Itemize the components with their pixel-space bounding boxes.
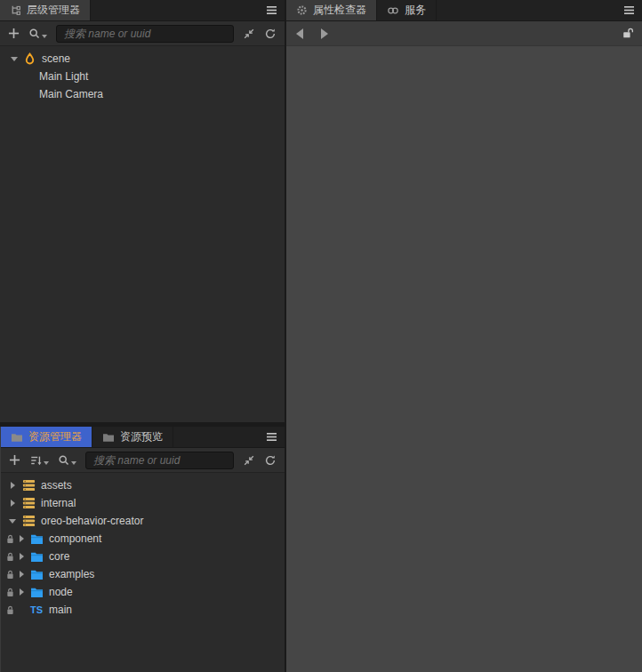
back-arrow-icon [296, 28, 303, 39]
bundle-icon [22, 479, 36, 492]
tree-node-main-light[interactable]: Main Light [0, 68, 285, 85]
folder-icon [29, 533, 44, 545]
tree-node-label: Main Light [39, 70, 88, 83]
hierarchy-toolbar [0, 21, 285, 46]
asset-node-label: node [49, 586, 73, 598]
assets-toolbar [1, 448, 285, 473]
assets-search-input[interactable] [85, 452, 234, 469]
tree-node-main-camera[interactable]: Main Camera [0, 85, 285, 103]
hierarchy-icon [10, 4, 21, 16]
inspector-empty-content [286, 46, 642, 672]
asset-node-node[interactable]: node [1, 583, 285, 601]
filter-caret-icon [71, 461, 76, 465]
expand-arrow-icon[interactable] [8, 500, 17, 507]
tab-hierarchy-label: 层级管理器 [27, 3, 80, 18]
tab-asset-manager[interactable]: 资源管理器 [1, 427, 92, 447]
assets-panel: 资源管理器 资源预览 [0, 427, 285, 672]
hierarchy-tabbar-spacer [91, 0, 258, 20]
folder-icon [29, 551, 44, 563]
assets-refresh-button[interactable] [264, 452, 277, 469]
lock-icon [5, 588, 14, 597]
folder-icon [11, 432, 23, 443]
tab-inspector[interactable]: 属性检查器 [286, 0, 377, 20]
assets-add-button[interactable] [9, 452, 20, 469]
expand-arrow-icon[interactable] [17, 553, 26, 560]
forward-arrow-icon [321, 28, 328, 39]
tree-node-scene[interactable]: scene [0, 50, 285, 68]
link-icon [387, 6, 399, 15]
inspector-panel-menu-icon[interactable] [615, 0, 642, 20]
nav-forward-button[interactable] [321, 25, 328, 43]
asset-node-assets[interactable]: assets [1, 476, 285, 494]
expand-arrow-icon[interactable] [17, 535, 26, 542]
hierarchy-refresh-button[interactable] [264, 25, 277, 43]
asset-node-oreo-behavior-creator[interactable]: oreo-behavior-creator [1, 512, 285, 530]
expand-arrow-icon[interactable] [8, 519, 17, 524]
folder-icon [29, 569, 44, 580]
asset-node-label: oreo-behavior-creator [41, 515, 143, 527]
hierarchy-panel: 层级管理器 [0, 0, 285, 422]
tab-asset-preview[interactable]: 资源预览 [92, 427, 173, 447]
gear-icon [296, 4, 308, 16]
asset-node-label: assets [41, 479, 72, 492]
asset-node-internal[interactable]: internal [1, 494, 285, 512]
lock-toggle-button[interactable] [622, 25, 634, 43]
assets-tree: assets internal oreo-behavior-creator [1, 473, 285, 619]
inspector-tabbar: 属性检查器 服务 [286, 0, 642, 21]
lock-icon [5, 605, 14, 615]
expand-arrow-icon[interactable] [17, 588, 26, 596]
expand-arrow-icon[interactable] [9, 57, 20, 61]
folder-icon [29, 587, 44, 598]
typescript-icon: TS [29, 604, 44, 615]
asset-node-examples[interactable]: examples [1, 565, 285, 583]
asset-node-core[interactable]: core [1, 548, 285, 565]
assets-tabbar-spacer [173, 427, 258, 447]
hierarchy-search-filter-button[interactable] [28, 25, 47, 43]
hierarchy-collapse-all-button[interactable] [243, 25, 255, 43]
editor-window: 层级管理器 [0, 0, 642, 672]
folder-icon [102, 432, 115, 443]
hierarchy-panel-menu-icon[interactable] [258, 0, 285, 20]
asset-node-label: component [49, 532, 101, 545]
tab-service[interactable]: 服务 [377, 0, 437, 20]
tab-inspector-label: 属性检查器 [313, 3, 366, 18]
hierarchy-tabbar: 层级管理器 [0, 0, 285, 21]
inspector-panel: 属性检查器 服务 [286, 0, 642, 672]
hierarchy-search-input[interactable] [56, 25, 234, 43]
scene-icon [23, 52, 36, 65]
inspector-toolbar [286, 21, 642, 46]
sort-caret-icon [44, 461, 49, 465]
assets-sort-button[interactable] [29, 452, 49, 469]
filter-caret-icon [42, 35, 47, 38]
assets-tabbar: 资源管理器 资源预览 [1, 427, 285, 448]
expand-arrow-icon[interactable] [17, 571, 26, 578]
asset-node-label: core [49, 550, 69, 563]
assets-panel-menu-icon[interactable] [258, 427, 285, 447]
bundle-icon [22, 515, 36, 527]
asset-node-main[interactable]: TS main [1, 601, 285, 619]
inspector-tabbar-spacer [437, 0, 615, 20]
assets-search-filter-button[interactable] [58, 452, 76, 469]
asset-node-component[interactable]: component [1, 530, 285, 548]
lock-icon [5, 570, 14, 580]
asset-node-label: examples [49, 568, 94, 580]
bundle-icon [22, 497, 36, 509]
tab-service-label: 服务 [405, 3, 426, 18]
asset-node-label: internal [41, 497, 76, 509]
lock-icon [5, 534, 14, 544]
asset-node-label: main [49, 604, 72, 616]
unlock-icon [622, 28, 634, 39]
lock-icon [5, 552, 14, 562]
tree-node-label: Main Camera [39, 88, 103, 100]
tab-asset-preview-label: 资源预览 [120, 429, 163, 444]
hierarchy-add-button[interactable] [8, 25, 20, 43]
hierarchy-tree: scene Main Light Main Camera [0, 46, 285, 103]
assets-collapse-all-button[interactable] [243, 452, 255, 469]
tree-node-label: scene [42, 52, 70, 65]
tab-hierarchy[interactable]: 层级管理器 [0, 0, 91, 20]
tab-asset-manager-label: 资源管理器 [28, 429, 82, 444]
nav-back-button[interactable] [296, 25, 303, 43]
expand-arrow-icon[interactable] [8, 482, 17, 489]
